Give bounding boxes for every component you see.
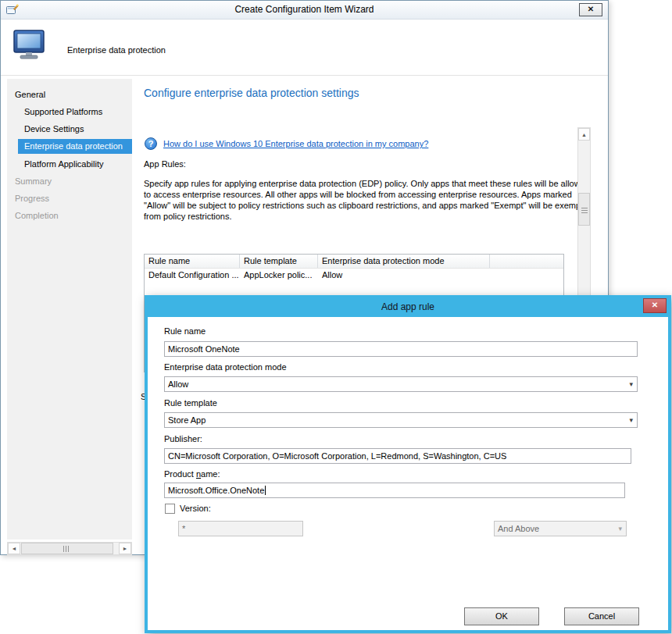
sidebar-item-progress: Progress — [7, 191, 132, 206]
rule-name-value: Microsoft OneNote — [168, 344, 240, 354]
table-cell-rule-template: AppLocker polic... — [240, 269, 318, 282]
publisher-input[interactable]: CN=Microsoft Corporation, O=Microsoft Co… — [164, 448, 631, 464]
scroll-left-icon: ◄ — [12, 546, 17, 551]
window-title: Create Configuration Item Wizard — [1, 1, 608, 19]
add-app-rule-dialog: Add app rule ✕ Rule name Microsoft OneNo… — [145, 295, 671, 633]
edp-mode-select[interactable]: Allow ▾ — [164, 376, 638, 392]
rule-template-select[interactable]: Store App ▾ — [164, 412, 638, 428]
sidebar-item-supported-platforms[interactable]: Supported Platforms — [7, 105, 132, 119]
version-label: Version: — [180, 504, 211, 514]
page-title: Configure enterprise data protection set… — [144, 87, 359, 99]
sidebar-item-device-settings[interactable]: Device Settings — [7, 122, 132, 137]
wizard-steps-sidebar: General Supported Platforms Device Setti… — [7, 79, 132, 540]
column-header-label: Enterprise data protection mode — [322, 256, 445, 265]
sidebar-item-summary: Summary — [7, 174, 132, 189]
chevron-down-icon: ▾ — [629, 377, 633, 391]
scroll-right-button[interactable]: ► — [119, 543, 131, 554]
cancel-button[interactable]: Cancel — [564, 607, 639, 625]
horizontal-scroll-thumb[interactable] — [21, 543, 113, 554]
publisher-value: CN=Microsoft Corporation, O=Microsoft Co… — [168, 451, 506, 461]
computer-icon — [12, 29, 48, 62]
app-rules-label: App Rules: — [144, 159, 186, 169]
sidebar-item-label: Progress — [15, 194, 49, 203]
text-cursor — [265, 486, 266, 495]
close-icon: ✕ — [652, 301, 658, 309]
scroll-up-icon: ▲ — [581, 132, 587, 137]
ok-button[interactable]: OK — [464, 607, 539, 625]
table-row[interactable]: Default Configuration ... AppLocker poli… — [145, 269, 563, 282]
scroll-left-button[interactable]: ◄ — [8, 543, 20, 554]
close-icon: ✕ — [588, 5, 594, 13]
chevron-down-icon: ▾ — [629, 413, 633, 427]
rule-name-label: Rule name — [164, 326, 206, 336]
chevron-down-icon: ▾ — [618, 522, 622, 536]
sidebar-item-label: Device Settings — [24, 124, 84, 134]
column-header-rule-template[interactable]: Rule template — [240, 255, 318, 268]
window-close-button[interactable]: ✕ — [579, 3, 602, 16]
vertical-scroll-thumb[interactable] — [578, 193, 590, 226]
sidebar-item-label: Summary — [15, 176, 52, 186]
sidebar-item-label: Enterprise data protection — [24, 141, 123, 151]
table-cell-edp-mode: Allow — [318, 269, 490, 282]
column-header-label: Rule name — [148, 256, 190, 265]
publisher-label: Publisher: — [164, 434, 202, 443]
window-titlebar: Create Configuration Item Wizard ✕ — [1, 1, 608, 20]
sidebar-item-platform-applicability[interactable]: Platform Applicability — [7, 157, 132, 172]
column-header-label: Rule template — [244, 256, 297, 265]
product-name-value: Microsoft.Office.OneNote — [168, 486, 264, 495]
dialog-title: Add app rule — [148, 298, 668, 316]
wizard-app-icon — [6, 4, 19, 16]
help-link[interactable]: How do I use Windows 10 Enterprise data … — [163, 139, 428, 148]
sidebar-horizontal-scrollbar[interactable]: ◄ ► — [7, 542, 132, 555]
scroll-right-icon: ► — [123, 546, 128, 551]
dialog-close-button[interactable]: ✕ — [643, 298, 667, 313]
rule-name-input[interactable]: Microsoft OneNote — [164, 341, 638, 357]
sidebar-item-label: Supported Platforms — [24, 107, 102, 116]
sidebar-item-label: General — [15, 90, 45, 99]
edp-mode-label: Enterprise data protection mode — [164, 362, 287, 372]
edp-mode-value: Allow — [168, 379, 188, 389]
rule-template-value: Store App — [168, 415, 206, 425]
column-header-rule-name[interactable]: Rule name — [145, 255, 240, 268]
sidebar-item-completion: Completion — [7, 208, 132, 223]
sidebar-item-label: Completion — [15, 211, 59, 220]
version-value-input: * — [178, 521, 303, 536]
wizard-header-band: Enterprise data protection — [1, 20, 608, 76]
scroll-up-button[interactable]: ▲ — [578, 128, 590, 141]
dialog-titlebar: Add app rule ✕ — [148, 298, 668, 317]
version-checkbox[interactable] — [165, 504, 175, 514]
product-name-label: Product name: — [164, 469, 220, 479]
sidebar-item-general[interactable]: General — [7, 87, 132, 102]
table-cell-rule-name: Default Configuration ... — [145, 269, 240, 282]
question-mark-glyph: ? — [148, 139, 154, 148]
version-mode-value: And Above — [498, 524, 539, 533]
table-header: Rule name Rule template Enterprise data … — [145, 255, 563, 269]
version-mode-select: And Above ▾ — [494, 521, 627, 536]
screen: Create Configuration Item Wizard ✕ — [0, 0, 672, 634]
app-rules-description: Specify app rules for applying enterpris… — [144, 178, 597, 222]
sidebar-item-label: Platform Applicability — [24, 159, 104, 169]
scroll-thumb-grip — [581, 206, 588, 213]
column-header-edp-mode[interactable]: Enterprise data protection mode — [318, 255, 490, 268]
rule-template-label: Rule template — [164, 398, 217, 408]
sidebar-item-enterprise-data-protection[interactable]: Enterprise data protection — [18, 139, 132, 154]
help-icon: ? — [145, 137, 157, 150]
scroll-thumb-grip — [63, 546, 70, 552]
version-value: * — [182, 524, 185, 533]
wizard-page-label: Enterprise data protection — [67, 45, 166, 55]
column-header-filler — [490, 255, 563, 268]
product-name-input[interactable]: Microsoft.Office.OneNote — [164, 483, 625, 498]
